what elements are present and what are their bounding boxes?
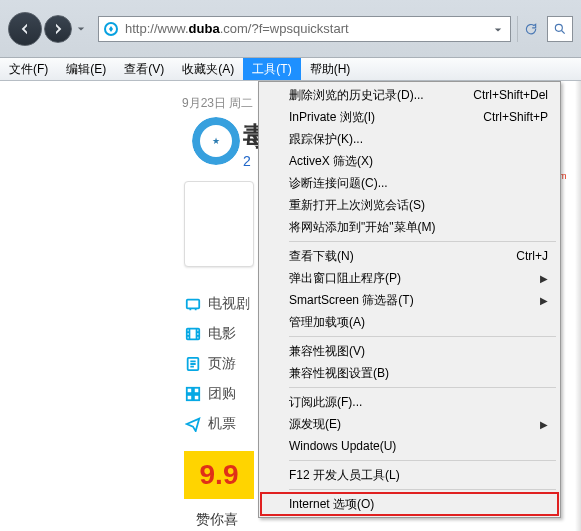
tv-icon <box>184 295 202 313</box>
svg-rect-7 <box>187 395 192 400</box>
page-icon <box>184 355 202 373</box>
page-date: 9月23日 周二 <box>182 95 253 112</box>
category-link-label: 机票 <box>208 415 236 433</box>
menu-view[interactable]: 查看(V) <box>115 58 173 80</box>
menu-item[interactable]: F12 开发人员工具(L) <box>261 464 558 486</box>
menu-edit[interactable]: 编辑(E) <box>57 58 115 80</box>
menu-favorites[interactable]: 收藏夹(A) <box>173 58 243 80</box>
category-link[interactable]: 电视剧 <box>184 289 250 319</box>
menu-item-shortcut: Ctrl+J <box>516 249 548 263</box>
menu-item[interactable]: 弹出窗口阻止程序(P)▶ <box>261 267 558 289</box>
menu-item-label: 诊断连接问题(C)... <box>289 175 548 192</box>
event-badge: ★ <box>192 117 240 165</box>
search-button[interactable] <box>547 16 573 42</box>
menu-tools[interactable]: 工具(T) <box>243 58 300 80</box>
menu-item-label: InPrivate 浏览(I) <box>289 109 483 126</box>
headline-sub: 2 <box>243 153 251 169</box>
svg-rect-8 <box>194 395 199 400</box>
menu-item-label: Internet 选项(O) <box>289 496 548 513</box>
menu-item-label: 弹出窗口阻止程序(P) <box>289 270 540 287</box>
menu-separator <box>289 489 556 490</box>
menu-item[interactable]: 兼容性视图(V) <box>261 340 558 362</box>
menu-item[interactable]: Internet 选项(O) <box>261 493 558 515</box>
menu-item-label: 源发现(E) <box>289 416 540 433</box>
browser-titlebar: http://www.duba.com/?f=wpsquickstart <box>0 0 581 58</box>
menu-item[interactable]: 订阅此源(F)... <box>261 391 558 413</box>
menu-item-label: Windows Update(U) <box>289 439 548 453</box>
menu-bar: 文件(F) 编辑(E) 查看(V) 收藏夹(A) 工具(T) 帮助(H) <box>0 58 581 81</box>
category-link-label: 页游 <box>208 355 236 373</box>
tools-dropdown-menu: 删除浏览的历史记录(D)...Ctrl+Shift+DelInPrivate 浏… <box>258 81 561 518</box>
menu-item-label: 将网站添加到"开始"菜单(M) <box>289 219 548 236</box>
film-icon <box>184 325 202 343</box>
submenu-arrow-icon: ▶ <box>540 295 548 306</box>
plane-icon <box>184 415 202 433</box>
menu-item-shortcut: Ctrl+Shift+Del <box>473 88 548 102</box>
menu-item-label: F12 开发人员工具(L) <box>289 467 548 484</box>
forward-button[interactable] <box>44 15 72 43</box>
menu-item[interactable]: 源发现(E)▶ <box>261 413 558 435</box>
menu-item-label: 兼容性视图设置(B) <box>289 365 548 382</box>
address-bar[interactable]: http://www.duba.com/?f=wpsquickstart <box>98 16 511 42</box>
category-link-label: 电视剧 <box>208 295 250 313</box>
category-link-label: 团购 <box>208 385 236 403</box>
svg-rect-2 <box>187 300 199 309</box>
menu-item[interactable]: 删除浏览的历史记录(D)...Ctrl+Shift+Del <box>261 84 558 106</box>
menu-item-label: 管理加载项(A) <box>289 314 548 331</box>
page-content: 9月23日 周二 ★ 毒 2 电视剧电影页游团购机票 9.9 赞你喜 Windo… <box>0 81 581 531</box>
category-link-label: 电影 <box>208 325 236 343</box>
menu-item-shortcut: Ctrl+Shift+P <box>483 110 548 124</box>
category-link[interactable]: 团购 <box>184 379 250 409</box>
menu-item-label: 跟踪保护(K)... <box>289 131 548 148</box>
svg-rect-5 <box>187 388 192 393</box>
site-favicon <box>103 21 119 37</box>
menu-item-label: ActiveX 筛选(X) <box>289 153 548 170</box>
back-button[interactable] <box>8 12 42 46</box>
category-link[interactable]: 机票 <box>184 409 250 439</box>
menu-separator <box>289 460 556 461</box>
menu-item[interactable]: 跟踪保护(K)... <box>261 128 558 150</box>
praise-text: 赞你喜 <box>196 511 238 529</box>
category-links: 电视剧电影页游团购机票 <box>184 289 250 439</box>
menu-help[interactable]: 帮助(H) <box>301 58 360 80</box>
address-url: http://www.duba.com/?f=wpsquickstart <box>125 21 490 36</box>
promo-price[interactable]: 9.9 <box>184 451 254 499</box>
menu-item[interactable]: 将网站添加到"开始"菜单(M) <box>261 216 558 238</box>
menu-file[interactable]: 文件(F) <box>0 58 57 80</box>
feature-card[interactable] <box>184 181 254 267</box>
group-icon <box>184 385 202 403</box>
category-link[interactable]: 页游 <box>184 349 250 379</box>
menu-item[interactable]: InPrivate 浏览(I)Ctrl+Shift+P <box>261 106 558 128</box>
menu-item[interactable]: 重新打开上次浏览会话(S) <box>261 194 558 216</box>
menu-item[interactable]: 兼容性视图设置(B) <box>261 362 558 384</box>
menu-item[interactable]: Windows Update(U) <box>261 435 558 457</box>
menu-item[interactable]: ActiveX 筛选(X) <box>261 150 558 172</box>
menu-item-label: 订阅此源(F)... <box>289 394 548 411</box>
menu-separator <box>289 336 556 337</box>
nav-history-dropdown[interactable] <box>74 12 88 46</box>
submenu-arrow-icon: ▶ <box>540 273 548 284</box>
menu-item[interactable]: 查看下载(N)Ctrl+J <box>261 245 558 267</box>
menu-item-label: SmartScreen 筛选器(T) <box>289 292 540 309</box>
category-link[interactable]: 电影 <box>184 319 250 349</box>
svg-point-1 <box>555 24 562 31</box>
menu-item-label: 兼容性视图(V) <box>289 343 548 360</box>
menu-item[interactable]: 诊断连接问题(C)... <box>261 172 558 194</box>
menu-item[interactable]: SmartScreen 筛选器(T)▶ <box>261 289 558 311</box>
menu-item-label: 查看下载(N) <box>289 248 516 265</box>
menu-separator <box>289 241 556 242</box>
menu-item-label: 重新打开上次浏览会话(S) <box>289 197 548 214</box>
menu-item-label: 删除浏览的历史记录(D)... <box>289 87 473 104</box>
refresh-button[interactable] <box>517 16 543 42</box>
svg-rect-6 <box>194 388 199 393</box>
menu-separator <box>289 387 556 388</box>
submenu-arrow-icon: ▶ <box>540 419 548 430</box>
address-dropdown-icon[interactable] <box>490 20 506 38</box>
menu-item[interactable]: 管理加载项(A) <box>261 311 558 333</box>
